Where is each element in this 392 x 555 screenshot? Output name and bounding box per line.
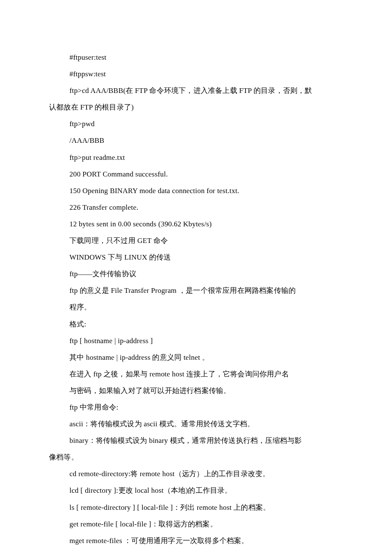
text-line: 其中 hostname | ip-address 的意义同 telnet 。 <box>49 349 343 366</box>
document-page: #ftpuser:test#ftppsw:testftp>cd AAA/BBB(… <box>0 0 392 555</box>
text-line: #ftppsw:test <box>49 66 343 82</box>
text-line: binary：将传输模式设为 binary 模式，通常用於传送执行档，压缩档与影 <box>49 432 343 449</box>
text-line: ascii：将传输模式设为 ascii 模式。通常用於传送文字档。 <box>49 416 343 432</box>
text-line: 下载同理，只不过用 GET 命令 <box>49 232 343 249</box>
text-line: 像档等。 <box>49 449 343 465</box>
text-line: 226 Transfer complete. <box>49 199 343 216</box>
text-line: ftp 的意义是 File Transfer Program ，是一个很常应用在… <box>49 282 343 299</box>
text-line: ftp>put readme.txt <box>49 149 343 166</box>
text-line: 与密码，如果输入对了就可以开始进行档案传输。 <box>49 382 343 399</box>
text-line: ls [ remote-directory ] [ local-file ]：列… <box>49 499 343 516</box>
text-line: 认都放在 FTP 的根目录了) <box>49 99 343 116</box>
text-line: #ftpuser:test <box>49 49 343 66</box>
document-body: #ftpuser:test#ftppsw:testftp>cd AAA/BBB(… <box>49 49 343 549</box>
text-line: ftp>pwd <box>49 116 343 132</box>
text-line: /AAA/BBB <box>49 132 343 149</box>
text-line: ftp 中常用命令: <box>49 399 343 416</box>
text-line: 150 Opening BINARY mode data connection … <box>49 182 343 199</box>
text-line: 格式: <box>49 316 343 332</box>
text-line: 200 PORT Command successful. <box>49 166 343 182</box>
text-line: ftp——文件传输协议 <box>49 266 343 282</box>
text-line: lcd [ directory ]:更改 local host（本地)的工作目录… <box>49 482 343 499</box>
text-line: ftp>cd AAA/BBB(在 FTP 命令环境下，进入准备上载 FTP 的目… <box>49 82 343 99</box>
text-line: 在进入 ftp 之後，如果与 remote host 连接上了，它将会询问你用户… <box>49 366 343 382</box>
text-line: ftp [ hostname | ip-address ] <box>49 332 343 349</box>
text-line: cd remote-directory:将 remote host（远方）上的工… <box>49 465 343 482</box>
text-line: 12 bytes sent in 0.00 seconds (390.62 Kb… <box>49 216 343 232</box>
text-line: get remote-file [ local-file ]：取得远方的档案。 <box>49 516 343 532</box>
text-line: WINDOWS 下与 LINUX 的传送 <box>49 249 343 266</box>
text-line: 程序。 <box>49 299 343 315</box>
text-line: mget remote-files ：可使用通用字元一次取得多个档案。 <box>49 532 343 549</box>
